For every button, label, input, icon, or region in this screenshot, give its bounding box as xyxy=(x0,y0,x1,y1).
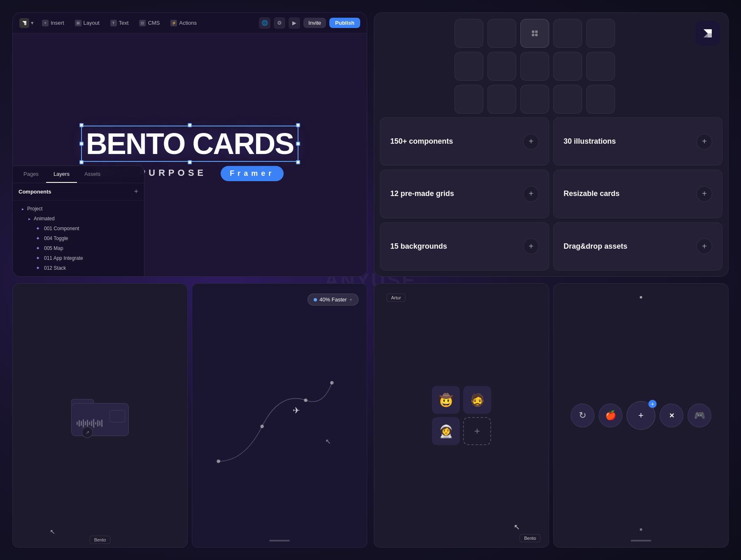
cursor-1: ↖ xyxy=(50,528,55,536)
invite-btn[interactable]: Invite xyxy=(303,18,326,28)
avatar-grid: 🤠 🧔 👩‍🚀 + xyxy=(432,386,491,445)
wave-bar-9 xyxy=(93,419,94,428)
add-component-btn[interactable]: + xyxy=(134,187,138,196)
social-icon-reload: ↻ xyxy=(571,404,594,427)
svg-point-4 xyxy=(217,460,220,463)
feature-card-dragdrop: Drag&drop assets + xyxy=(553,222,722,271)
feature-card-resizable: Resizable cards + xyxy=(553,170,722,218)
feature-plus-grids[interactable]: + xyxy=(523,186,539,202)
title-wrapper: BENTO CARDS xyxy=(86,129,294,159)
feature-card-grids: 12 pre-made grids + xyxy=(380,170,549,218)
handle-mr[interactable] xyxy=(296,142,300,146)
tab-layers[interactable]: Layers xyxy=(46,166,77,183)
avatar-add-btn[interactable]: + xyxy=(463,417,491,445)
cms-btn[interactable]: ⊡ CMS xyxy=(137,18,162,28)
orbit-bottom xyxy=(640,528,642,531)
feature-plus-components[interactable]: + xyxy=(523,134,539,149)
component-icon-1: ✦ xyxy=(35,226,41,231)
svg-text:✈: ✈ xyxy=(293,406,300,415)
actions-btn[interactable]: ⚡ Actions xyxy=(168,18,199,28)
component-icon-3: ✦ xyxy=(35,245,41,251)
grid-cell-14 xyxy=(553,85,582,114)
component-004[interactable]: ✦ 004 Toggle xyxy=(19,233,138,243)
component-label-2: 004 Toggle xyxy=(44,236,68,241)
motion-path-svg: ✈ ↖ xyxy=(192,284,367,547)
feature-plus-backgrounds[interactable]: + xyxy=(523,238,539,254)
tab-assets[interactable]: Assets xyxy=(77,166,108,183)
wave-bar-5 xyxy=(85,421,86,425)
project-item[interactable]: ▸ Project xyxy=(19,204,138,214)
tab-pages[interactable]: Pages xyxy=(16,166,46,183)
feature-card-components: 150+ components + xyxy=(380,117,549,166)
bottom-right: Artur 🤠 🧔 👩‍🚀 + ↖ Bento ↻ 🍎 + + ✕ 🎮 xyxy=(374,283,729,548)
social-minus-bar xyxy=(631,540,651,541)
expand-icon: ▸ xyxy=(22,207,24,211)
avatar-2: 🧔 xyxy=(463,386,491,414)
svg-rect-2 xyxy=(532,34,534,36)
component-icon-4: ✦ xyxy=(35,255,41,261)
svg-text:↖: ↖ xyxy=(325,438,331,446)
toolbar-logo[interactable]: ▾ xyxy=(19,18,34,28)
folder-small xyxy=(110,410,125,422)
component-icon-5: ✦ xyxy=(35,265,41,271)
feature-plus-resizable[interactable]: + xyxy=(697,186,712,202)
wave-bar-11 xyxy=(97,420,98,427)
center-plus-overlay: + xyxy=(648,400,657,408)
social-icon-x: ✕ xyxy=(659,404,683,427)
text-btn[interactable]: T Text xyxy=(108,18,131,28)
publish-btn[interactable]: Publish xyxy=(329,18,360,28)
component-012[interactable]: ✦ 012 Stack xyxy=(19,263,138,273)
handle-ml[interactable] xyxy=(79,142,84,146)
toolbar-actions: 🌐 ⚙ ▶ Invite Publish xyxy=(259,17,360,29)
feature-plus-illustrations[interactable]: + xyxy=(697,134,712,149)
grid-cell-12 xyxy=(487,85,516,114)
feature-plus-dragdrop[interactable]: + xyxy=(697,238,712,254)
grid-cell-8 xyxy=(520,52,549,81)
component-005[interactable]: ✦ 005 Map xyxy=(19,243,138,253)
component-label-1: 001 Component xyxy=(44,226,79,231)
animated-item[interactable]: ▸ Animated xyxy=(19,214,138,224)
social-icon-apple: 🍎 xyxy=(599,404,622,427)
animated-label: Animated xyxy=(34,216,55,222)
share-icon: ↗ xyxy=(82,427,93,438)
animated-expand-icon: ▸ xyxy=(28,217,30,221)
audio-wave xyxy=(77,418,112,428)
handle-tr[interactable] xyxy=(296,123,300,127)
layout-btn[interactable]: ⊞ Layout xyxy=(72,18,102,28)
grid-cell-4 xyxy=(553,19,582,48)
components-title: Components xyxy=(19,189,51,195)
globe-btn[interactable]: 🌐 xyxy=(259,17,270,29)
main-container: ▾ + Insert ⊞ Layout T Text ⊡ CMS ⚡ Actio… xyxy=(12,12,729,548)
wave-bar-12 xyxy=(99,421,100,426)
svg-rect-1 xyxy=(535,30,538,33)
text-label: Text xyxy=(119,20,129,26)
wave-bar-3 xyxy=(81,421,82,426)
handle-tm[interactable] xyxy=(188,123,192,127)
handle-br[interactable] xyxy=(296,160,300,164)
handle-bl[interactable] xyxy=(79,160,84,164)
component-001[interactable]: ✦ 001 Component xyxy=(19,224,138,233)
folder-body: ↗ xyxy=(71,403,129,436)
feature-label-components: 150+ components xyxy=(390,137,453,146)
play-btn[interactable]: ▶ xyxy=(289,17,300,29)
text-icon: T xyxy=(110,20,117,26)
insert-btn[interactable]: + Insert xyxy=(40,18,67,28)
bottom-left: ↗ ↖ Bento 40% Faster + xyxy=(12,283,367,548)
svg-rect-3 xyxy=(535,34,538,36)
avatar-bento-label: Bento xyxy=(520,534,541,542)
settings-btn[interactable]: ⚙ xyxy=(274,17,285,29)
social-icons-layout: ↻ 🍎 + + ✕ 🎮 xyxy=(571,401,711,430)
handle-bm[interactable] xyxy=(188,160,192,164)
handle-tl[interactable] xyxy=(79,123,84,127)
social-icon-center: + + xyxy=(627,401,655,430)
panel-header: Components + xyxy=(13,183,144,201)
wave-bar-4 xyxy=(83,419,84,427)
wave-bar-10 xyxy=(95,422,96,425)
cms-icon: ⊡ xyxy=(139,20,146,26)
actions-icon: ⚡ xyxy=(170,20,177,26)
svg-point-6 xyxy=(304,399,307,402)
layout-icon: ⊞ xyxy=(75,20,82,26)
svg-rect-0 xyxy=(532,30,534,33)
grid-cell-15 xyxy=(586,85,615,114)
component-011[interactable]: ✦ 011 App Integrate xyxy=(19,253,138,263)
